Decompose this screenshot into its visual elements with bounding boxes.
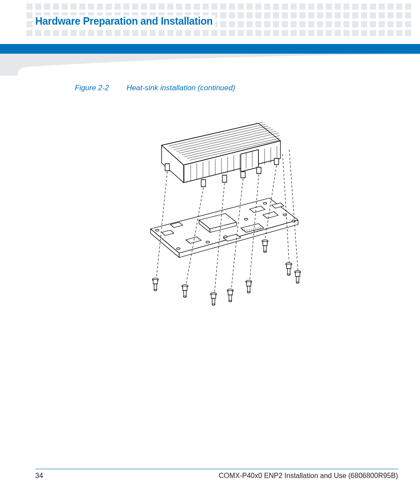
svg-point-82 xyxy=(184,296,186,297)
svg-rect-30 xyxy=(165,164,169,171)
svg-point-94 xyxy=(247,291,250,293)
page-number: 34 xyxy=(35,472,43,480)
svg-rect-104 xyxy=(295,272,300,276)
svg-point-86 xyxy=(212,304,215,305)
svg-rect-80 xyxy=(183,286,187,291)
svg-point-78 xyxy=(154,289,157,291)
svg-rect-33 xyxy=(241,172,245,178)
figure-caption: Figure 2-2Heat-sink installation (contin… xyxy=(75,84,385,92)
svg-line-74 xyxy=(289,150,298,272)
svg-point-66 xyxy=(292,220,295,222)
heatsink-installation-diagram xyxy=(109,106,311,308)
svg-point-102 xyxy=(287,274,290,275)
svg-rect-100 xyxy=(287,264,291,269)
document-title: COMX-P40x0 ENP2 Installation and Use (68… xyxy=(219,472,398,480)
svg-rect-84 xyxy=(211,294,216,298)
figure-image-container xyxy=(35,106,385,308)
figure-title: Heat-sink installation (continued) xyxy=(126,84,235,92)
svg-rect-31 xyxy=(201,180,206,187)
svg-point-90 xyxy=(229,300,232,302)
header-blue-bar xyxy=(0,44,420,54)
footer-rule xyxy=(35,469,398,469)
svg-point-64 xyxy=(263,202,267,204)
svg-rect-92 xyxy=(247,282,251,286)
svg-point-106 xyxy=(296,282,299,283)
svg-point-63 xyxy=(244,218,248,220)
svg-rect-76 xyxy=(153,280,158,284)
page-footer: 34 COMX-P40x0 ENP2 Installation and Use … xyxy=(35,469,398,480)
figure-number: Figure 2-2 xyxy=(75,84,109,92)
svg-rect-88 xyxy=(228,291,232,295)
svg-point-61 xyxy=(206,241,210,243)
svg-rect-35 xyxy=(274,158,279,165)
svg-rect-34 xyxy=(257,167,261,173)
svg-point-59 xyxy=(155,229,159,231)
svg-point-60 xyxy=(177,248,180,250)
svg-rect-96 xyxy=(263,241,267,246)
svg-rect-32 xyxy=(222,175,227,182)
page-header: Hardware Preparation and Installation xyxy=(0,0,420,44)
chapter-title: Hardware Preparation and Installation xyxy=(35,15,215,27)
svg-point-98 xyxy=(264,251,266,252)
svg-point-62 xyxy=(224,236,227,238)
page-content: Figure 2-2Heat-sink installation (contin… xyxy=(35,84,385,308)
header-swoosh-icon xyxy=(0,54,420,76)
